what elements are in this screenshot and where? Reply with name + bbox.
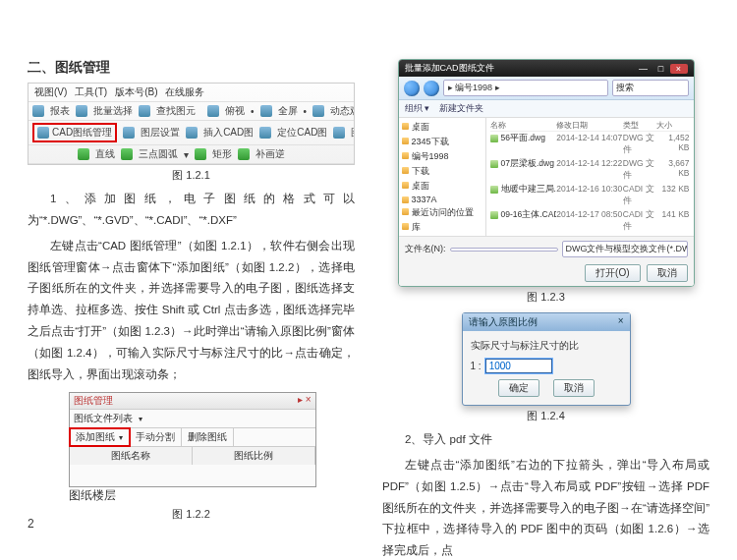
hdr-name[interactable]: 名称 <box>490 120 557 131</box>
file-row[interactable]: 56平面.dwg2014-12-14 14:07DWG 文件1,452 KB <box>490 132 690 157</box>
panel-title: 图纸管理 <box>74 394 113 408</box>
col-scale: 图纸比例 <box>193 447 315 465</box>
btn-find[interactable]: 查找图元 <box>156 104 196 118</box>
paragraph-3: 左键点击“添加图纸”右边的下拉箭头，弹出“导入布局或 PDF”（如图 1.2.5… <box>382 455 709 560</box>
figure-1-2-4: 请输入原图比例 × 实际尺寸与标注尺寸的比 1 : 确定 取消 <box>462 312 631 406</box>
file-icon <box>490 135 498 142</box>
dialog-title: 批量添加CAD图纸文件 <box>405 62 494 75</box>
btn-add-drawing[interactable]: 添加图纸 <box>76 430 115 444</box>
side-tab[interactable]: 图纸楼层 <box>69 487 314 504</box>
orbit-icon <box>312 105 324 117</box>
paragraph-3-title: 2、导入 pdf 文件 <box>382 429 709 451</box>
btn-redraw[interactable]: 补画逆 <box>255 147 285 161</box>
locate-cad-icon <box>259 127 271 139</box>
btn-arc[interactable]: 三点圆弧 <box>139 147 178 161</box>
minimize-icon[interactable]: — <box>635 64 652 74</box>
btn-new-folder[interactable]: 新建文件夹 <box>439 102 483 115</box>
btn-rect[interactable]: 矩形 <box>212 147 232 161</box>
panel-close-icon[interactable]: ▸ × <box>298 394 312 408</box>
figure-1-2-1: 视图(V) 工具(T) 版本号(B) 在线服务 报表 批量选择 查找图元 俯视 … <box>28 83 355 165</box>
hdr-type[interactable]: 类型 <box>623 120 656 131</box>
cancel-button[interactable]: 取消 <box>553 379 595 397</box>
sidebar-item[interactable]: 编号1998 <box>402 149 482 164</box>
close-icon[interactable]: × <box>670 64 688 74</box>
caption-1-2-4: 图 1.2.4 <box>382 409 709 423</box>
file-row[interactable]: 地暖中建三局.CADI2014-12-16 10:30CADI 文件132 KB <box>490 183 690 208</box>
search-input[interactable]: 搜索 <box>612 80 689 96</box>
insert-cad-icon <box>186 127 198 139</box>
btn-locate-cad[interactable]: 定位CAD图 <box>277 126 327 140</box>
file-row[interactable]: 09-16主体.CADI2014-12-17 08:50CADI 文件141 K… <box>490 208 690 234</box>
btn-layer[interactable]: 图层设置 <box>141 126 180 140</box>
file-row[interactable]: 07层梁板.dwg2014-12-14 12:22DWG 文件3,667 KB <box>490 157 690 183</box>
nav-back-icon[interactable] <box>404 81 420 96</box>
close-icon[interactable]: × <box>618 315 624 329</box>
fullscreen-icon <box>260 105 272 117</box>
batch-select-icon <box>76 105 87 117</box>
menu-online[interactable]: 在线服务 <box>165 85 204 99</box>
btn-insert-cad[interactable]: 插入CAD图 <box>203 126 254 140</box>
top-view-icon <box>207 105 219 117</box>
btn-delete-drawing[interactable]: 删除图纸 <box>188 430 227 444</box>
toolbar-row-3: 直线 三点圆弧 ▾ 矩形 补画逆 <box>28 145 354 164</box>
rect-icon <box>195 148 206 160</box>
caption-1-2-1: 图 1.2.1 <box>28 168 355 183</box>
sidebar-item[interactable]: 2345下载 <box>402 135 482 149</box>
ok-button[interactable]: 确定 <box>498 379 539 397</box>
btn-report[interactable]: 报表 <box>50 104 70 118</box>
sidebar-item[interactable]: 下载 <box>402 164 482 179</box>
nav-forward-icon[interactable] <box>424 81 439 96</box>
file-list-label: 图纸文件列表 <box>74 412 133 425</box>
btn-top-view[interactable]: 俯视 <box>225 104 245 118</box>
cad-manage-icon <box>37 127 49 139</box>
folder-sidebar: 桌面 2345下载 编号1998 下载 桌面 3337A 最近访问的位置 库 视… <box>399 118 486 236</box>
sidebar-item[interactable]: 最近访问的位置 <box>402 205 482 220</box>
file-icon <box>490 211 498 219</box>
btn-line[interactable]: 直线 <box>95 147 115 161</box>
caption-1-2-3: 图 1.2.3 <box>382 290 709 305</box>
dropdown-icon[interactable] <box>137 413 142 423</box>
sidebar-item[interactable]: 桌面 <box>402 120 482 135</box>
open-button[interactable]: 打开(O) <box>585 264 640 282</box>
cancel-button[interactable]: 取消 <box>647 264 688 282</box>
sidebar-item[interactable]: 视频 <box>402 235 482 236</box>
menu-view[interactable]: 视图(V) <box>34 85 67 99</box>
breadcrumb[interactable]: ▸ 编号1998 ▸ <box>443 80 608 96</box>
btn-manual-split[interactable]: 手动分割 <box>136 430 175 444</box>
btn-orbit[interactable]: 动态观 <box>330 104 354 118</box>
maximize-icon[interactable]: □ <box>652 64 670 74</box>
sidebar-item[interactable]: 桌面 <box>402 179 482 194</box>
arc-icon <box>121 148 133 160</box>
file-icon <box>490 160 498 168</box>
btn-image-manage[interactable]: 图片管理 <box>351 126 354 140</box>
file-list: 名称 修改日期 类型 大小 56平面.dwg2014-12-14 14:07DW… <box>486 118 694 236</box>
chevron-down-icon[interactable] <box>117 431 123 442</box>
filename-input[interactable] <box>450 248 558 252</box>
image-manage-icon <box>333 127 345 139</box>
btn-organize[interactable]: 组织 ▾ <box>405 102 430 115</box>
btn-batch-select[interactable]: 批量选择 <box>93 104 133 118</box>
sidebar-item[interactable]: 库 <box>402 220 482 235</box>
cad-drawing-manage-highlight: CAD图纸管理 <box>32 123 117 142</box>
sidebar-item[interactable]: 3337A <box>402 194 482 205</box>
redraw-icon <box>238 148 250 160</box>
ratio-input[interactable] <box>485 359 552 373</box>
figure-1-2-3: 批量添加CAD图纸文件 —□× ▸ 编号1998 ▸ 搜索 组织 ▾ 新建文件夹… <box>398 59 695 287</box>
line-icon <box>78 148 89 160</box>
filename-label: 文件名(N): <box>405 243 446 255</box>
file-icon <box>490 186 498 194</box>
caption-1-2-2: 图 1.2.2 <box>28 507 355 522</box>
figure-1-2-2: 图纸管理 ▸ × 图纸文件列表 添加图纸 手动分割 删除图纸 图纸名称 图纸比例 <box>69 392 316 487</box>
ratio-dialog-title: 请输入原图比例 <box>469 315 538 329</box>
btn-fullscreen[interactable]: 全屏 <box>278 104 298 118</box>
find-icon <box>139 105 150 117</box>
btn-cad-drawing-manage[interactable]: CAD图纸管理 <box>52 126 112 140</box>
menu-version[interactable]: 版本号(B) <box>115 85 157 99</box>
window-controls: —□× <box>635 64 688 74</box>
hdr-date[interactable]: 修改日期 <box>556 120 623 131</box>
menu-tools[interactable]: 工具(T) <box>75 85 107 99</box>
hdr-size[interactable]: 大小 <box>656 120 690 131</box>
filetype-filter[interactable]: DWG文件与模型交换文件(*.DW... ▾ <box>562 241 688 257</box>
panel-toolbar: 添加图纸 手动分割 删除图纸 <box>70 428 315 447</box>
toolbar-row-1: 报表 批量选择 查找图元 俯视 • 全屏 • 动态观 <box>28 102 354 121</box>
